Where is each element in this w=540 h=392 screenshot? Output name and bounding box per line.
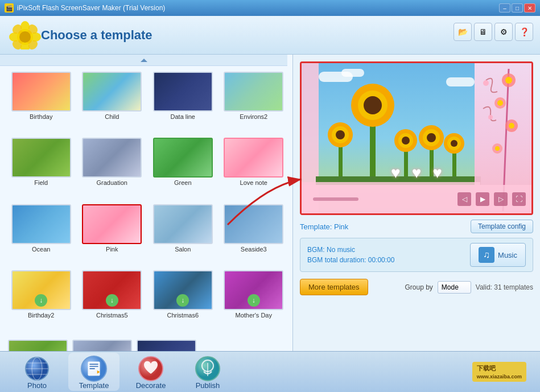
svg-point-9 (19, 31, 31, 43)
template-item-christmas5[interactable]: ↓Christmas5 (79, 270, 146, 332)
partial-template-row (0, 337, 292, 351)
partial-thumb-2 (72, 340, 132, 351)
template-name-birthday: Birthday (30, 113, 52, 120)
download-arrow-christmas6: ↓ (176, 294, 189, 307)
template-name-environs2: Environs2 (240, 113, 267, 120)
bottom-nav: Photo Template (0, 351, 540, 392)
nav-item-template[interactable]: Template (68, 353, 119, 391)
help-button[interactable]: ❓ (515, 23, 533, 41)
template-item-christmas6[interactable]: ↓Christmas6 (150, 270, 216, 332)
template-item-environs2[interactable]: Environs2 (221, 72, 287, 133)
template-thumb-environs2 (224, 72, 283, 112)
title-bar: 🎬 iPixSoft Flash ScreenSaver Maker (Tria… (0, 0, 540, 16)
nav-item-photo[interactable]: Photo (11, 354, 63, 390)
template-item-field[interactable]: Field (8, 138, 75, 199)
template-list-panel: BirthdayChildData lineEnvirons2FieldGrad… (0, 55, 293, 351)
main-content: BirthdayChildData lineEnvirons2FieldGrad… (0, 55, 540, 351)
heart-3: ♥ (432, 164, 442, 182)
template-name-graduation: Graduation (97, 179, 127, 186)
maximize-button[interactable]: □ (512, 3, 523, 13)
music-button[interactable]: ♫ Music (470, 243, 526, 267)
progress-bar (313, 197, 358, 201)
template-item-birthday2[interactable]: ↓Birthday2 (8, 270, 75, 332)
svg-marker-10 (141, 59, 147, 62)
template-name-ocean: Ocean (32, 246, 50, 253)
open-folder-button[interactable]: 📂 (454, 23, 472, 41)
template-item-lovenote[interactable]: Love note (221, 138, 287, 199)
svg-rect-51 (89, 366, 98, 367)
app-icon: 🎬 (5, 3, 14, 13)
svg-point-22 (402, 137, 410, 145)
template-item-pink[interactable]: Pink (79, 204, 146, 266)
control-prev-icon[interactable]: ◁ (457, 192, 471, 206)
template-name-salon: Salon (175, 246, 191, 253)
svg-point-40 (495, 146, 500, 151)
group-by-label: Group by (405, 283, 432, 291)
screen-button[interactable]: 🖥 (474, 23, 492, 41)
template-thumb-birthday (11, 72, 71, 112)
bgm-duration-label: BGM total duration: 00:00:00 (307, 256, 394, 264)
title-bar-left: 🎬 iPixSoft Flash ScreenSaver Maker (Tria… (5, 3, 165, 13)
control-fullscreen-icon[interactable]: ⛶ (512, 192, 526, 206)
preview-template-label: Template: Pink (300, 222, 348, 231)
template-item-birthday[interactable]: Birthday (8, 72, 75, 133)
group-by-container[interactable]: Mode (438, 281, 471, 294)
template-name-child: Child (105, 113, 119, 120)
scroll-up-button[interactable] (0, 55, 287, 66)
nav-photo-label: Photo (27, 381, 47, 390)
svg-point-3 (9, 32, 20, 42)
template-item-mothersday[interactable]: ↓Mother's Day (221, 270, 287, 332)
template-name-christmas5: Christmas5 (96, 312, 128, 319)
template-thumb-field (11, 138, 71, 178)
template-item-graduation[interactable]: Graduation (79, 138, 146, 199)
template-config-button[interactable]: Template config (471, 220, 533, 233)
template-name-field: Field (34, 179, 48, 186)
bgm-info: BGM: No music BGM total duration: 00:00:… (307, 246, 394, 264)
template-thumb-child (82, 72, 142, 112)
settings-button[interactable]: ⚙ (494, 23, 513, 41)
music-icon: ♫ (479, 247, 494, 263)
page-title: Choose a template (41, 28, 152, 43)
template-item-dataline[interactable]: Data line (150, 72, 216, 133)
group-by-select[interactable]: Mode (438, 281, 471, 294)
download-arrow-christmas5: ↓ (106, 294, 118, 307)
preview-scene: ♥ ♥ ♥ ◁ ▶ ▷ ⛶ (302, 63, 531, 213)
window-title: iPixSoft Flash ScreenSaver Maker (Trial … (17, 4, 165, 12)
close-button[interactable]: ✕ (524, 3, 535, 13)
template-icon-wrap (79, 354, 109, 383)
bgm-section: BGM: No music BGM total duration: 00:00:… (300, 238, 533, 272)
template-thumb-mothersday: ↓ (224, 270, 283, 310)
svg-point-26 (427, 133, 436, 142)
nav-item-decorate[interactable]: Decorate (125, 354, 176, 390)
partial-thumb-1 (8, 340, 68, 351)
music-btn-label: Music (498, 251, 517, 259)
nav-item-publish[interactable]: Publish (182, 354, 233, 390)
svg-point-41 (483, 80, 489, 86)
template-item-child[interactable]: Child (79, 72, 146, 133)
preview-image-box: ♥ ♥ ♥ ◁ ▶ ▷ ⛶ (300, 61, 533, 215)
template-thumb-pink (82, 204, 142, 244)
template-item-ocean[interactable]: Ocean (8, 204, 75, 266)
heart-1: ♥ (391, 164, 401, 182)
preview-controls-bar: ◁ ▶ ▷ ⛶ (302, 185, 531, 213)
template-name-birthday2: Birthday2 (28, 312, 54, 319)
control-next-icon[interactable]: ▷ (494, 192, 508, 206)
template-name-dataline: Data line (171, 113, 195, 120)
svg-point-42 (488, 115, 493, 119)
svg-point-4 (30, 32, 41, 42)
template-name-seaside3: Seaside3 (241, 246, 267, 253)
template-item-green[interactable]: Green (150, 138, 216, 199)
template-thumb-christmas5: ↓ (82, 270, 142, 310)
template-thumb-birthday2: ↓ (11, 270, 71, 310)
window-controls[interactable]: – □ ✕ (499, 3, 535, 13)
template-name-christmas6: Christmas6 (167, 312, 199, 319)
template-item-salon[interactable]: Salon (150, 204, 216, 266)
header-toolbar: 📂 🖥 ⚙ ❓ (454, 23, 533, 41)
control-play-icon[interactable]: ▶ (476, 192, 489, 206)
template-name-lovenote: Love note (240, 179, 267, 186)
minimize-button[interactable]: – (499, 3, 510, 13)
group-by-row: Group by Mode Valid: 31 templates (405, 281, 533, 294)
svg-rect-50 (89, 364, 98, 365)
more-templates-button[interactable]: More templates (300, 279, 368, 295)
template-item-seaside3[interactable]: Seaside3 (221, 204, 287, 266)
